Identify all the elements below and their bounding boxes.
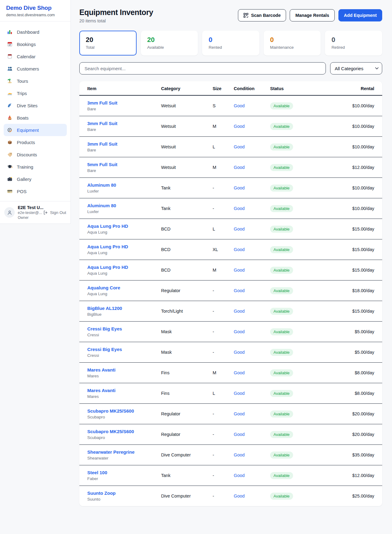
stat-label: Retired xyxy=(331,45,376,50)
item-name-link[interactable]: Aluminum 80 xyxy=(87,203,161,208)
sidebar-item-boats[interactable]: Boats xyxy=(4,112,67,124)
item-category: Torch/Light xyxy=(161,301,213,322)
condition-link[interactable]: Good xyxy=(234,103,244,108)
user-name: E2E Test U... xyxy=(18,205,40,210)
table-row: 3mm Full Suit Bare Wetsuit M Good Availa… xyxy=(79,116,382,137)
item-name-link[interactable]: Steel 100 xyxy=(87,470,161,475)
item-name-link[interactable]: Scubapro MK25/S600 xyxy=(87,408,161,414)
item-category: Fins xyxy=(161,383,213,404)
sign-out-label: Sign Out xyxy=(50,210,66,215)
category-select[interactable]: All Categories xyxy=(330,62,382,74)
sidebar-item-gallery[interactable]: Gallery xyxy=(4,173,67,185)
status-badge: Available xyxy=(270,102,293,109)
status-badge: Available xyxy=(270,472,293,479)
condition-link[interactable]: Good xyxy=(234,144,244,149)
search-input[interactable] xyxy=(79,62,326,74)
condition-link[interactable]: Good xyxy=(234,206,244,211)
column-header-rental: Rental xyxy=(328,81,382,95)
sidebar-item-dive-sites[interactable]: Dive Sites xyxy=(4,99,67,112)
condition-link[interactable]: Good xyxy=(234,391,244,396)
svg-text:17: 17 xyxy=(9,44,11,46)
condition-link[interactable]: Good xyxy=(234,329,244,334)
item-name-link[interactable]: BigBlue AL1200 xyxy=(87,306,161,311)
item-name-link[interactable]: Aqua Lung Pro HD xyxy=(87,223,161,229)
sidebar-item-trips[interactable]: Trips xyxy=(4,87,67,99)
item-name-link[interactable]: Mares Avanti xyxy=(87,367,161,372)
status-badge: Available xyxy=(270,452,293,459)
item-brand: Shearwater xyxy=(87,456,161,460)
scan-barcode-button[interactable]: Scan Barcode xyxy=(238,9,286,21)
condition-link[interactable]: Good xyxy=(234,452,244,457)
stat-card-retired[interactable]: 0 Retired xyxy=(325,31,382,55)
sidebar-item-pos[interactable]: POS xyxy=(4,185,67,197)
sidebar-item-customers[interactable]: Customers xyxy=(4,63,67,75)
stat-card-maintenance[interactable]: 0 Maintenance xyxy=(264,31,321,55)
sidebar-item-bookings[interactable]: 17 Bookings xyxy=(4,38,67,50)
sidebar-item-tours[interactable]: Tours xyxy=(4,75,67,87)
item-name-link[interactable]: 3mm Full Suit xyxy=(87,100,161,105)
stat-label: Rented xyxy=(209,45,253,50)
condition-link[interactable]: Good xyxy=(234,165,244,170)
stat-value: 20 xyxy=(86,36,130,44)
item-brand: Bare xyxy=(87,127,161,132)
sidebar-item-products[interactable]: Products xyxy=(4,136,67,148)
sign-out-button[interactable]: Sign Out xyxy=(43,210,66,215)
condition-link[interactable]: Good xyxy=(234,185,244,190)
stat-card-total[interactable]: 20 Total xyxy=(79,31,137,55)
condition-link[interactable]: Good xyxy=(234,411,244,416)
condition-link[interactable]: Good xyxy=(234,227,244,231)
sidebar-item-training[interactable]: Training xyxy=(4,161,67,173)
condition-link[interactable]: Good xyxy=(234,494,244,498)
item-name-link[interactable]: Scubapro MK25/S600 xyxy=(87,429,161,434)
item-name-link[interactable]: Aqualung Core xyxy=(87,285,161,290)
user-email: e2e-tester@... xyxy=(18,211,40,215)
column-header-category: Category xyxy=(161,81,213,95)
palm-island-icon xyxy=(7,78,13,84)
item-brand: Luxfer xyxy=(87,209,161,214)
item-name-link[interactable]: Aqua Lung Pro HD xyxy=(87,265,161,270)
stat-card-rented[interactable]: 0 Rented xyxy=(202,31,259,55)
item-size: - xyxy=(213,198,234,219)
price-tag-icon xyxy=(7,152,13,157)
item-name-link[interactable]: 5mm Full Suit xyxy=(87,162,161,167)
item-size: L xyxy=(213,137,234,157)
item-name-link[interactable]: Suunto Zoop xyxy=(87,490,161,496)
page-header: Equipment Inventory 20 items total Scan … xyxy=(79,8,382,23)
item-name-link[interactable]: Cressi Big Eyes xyxy=(87,347,161,352)
add-equipment-button[interactable]: Add Equipment xyxy=(338,9,382,21)
sidebar-item-discounts[interactable]: Discounts xyxy=(4,148,67,161)
condition-link[interactable]: Good xyxy=(234,247,244,252)
condition-link[interactable]: Good xyxy=(234,473,244,478)
condition-link[interactable]: Good xyxy=(234,309,244,314)
stat-card-available[interactable]: 20 Available xyxy=(141,31,198,55)
scan-barcode-label: Scan Barcode xyxy=(251,13,281,18)
manage-rentals-button[interactable]: Manage Rentals xyxy=(290,9,334,21)
brand-name: Demo Dive Shop xyxy=(6,5,64,11)
condition-link[interactable]: Good xyxy=(234,432,244,437)
sidebar-item-label: Gallery xyxy=(17,177,32,182)
condition-link[interactable]: Good xyxy=(234,268,244,273)
item-name-link[interactable]: Shearwater Peregrine xyxy=(87,449,161,455)
sidebar-item-calendar[interactable]: Calendar xyxy=(4,50,67,63)
sidebar-item-equipment[interactable]: Equipment xyxy=(4,124,67,136)
condition-link[interactable]: Good xyxy=(234,370,244,375)
item-category: Regulator xyxy=(161,404,213,424)
item-name-link[interactable]: Mares Avanti xyxy=(87,388,161,393)
column-header-size: Size xyxy=(213,81,234,95)
item-rental: $25.00/day xyxy=(328,486,382,506)
sidebar-item-label: Dive Sites xyxy=(17,103,38,108)
condition-link[interactable]: Good xyxy=(234,124,244,129)
sidebar: Demo Dive Shop demo.test.divestreams.com… xyxy=(0,0,71,224)
speedboat-icon xyxy=(7,90,13,96)
sidebar-item-dashboard[interactable]: Dashboard xyxy=(4,26,67,38)
condition-link[interactable]: Good xyxy=(234,350,244,355)
stat-value: 0 xyxy=(209,36,253,44)
item-name-link[interactable]: 3mm Full Suit xyxy=(87,121,161,126)
condition-link[interactable]: Good xyxy=(234,288,244,293)
item-name-link[interactable]: Aluminum 80 xyxy=(87,182,161,188)
status-badge: Available xyxy=(270,287,293,294)
item-name-link[interactable]: Cressi Big Eyes xyxy=(87,326,161,331)
wave-icon xyxy=(7,103,13,108)
item-name-link[interactable]: Aqua Lung Pro HD xyxy=(87,244,161,249)
item-name-link[interactable]: 3mm Full Suit xyxy=(87,141,161,147)
